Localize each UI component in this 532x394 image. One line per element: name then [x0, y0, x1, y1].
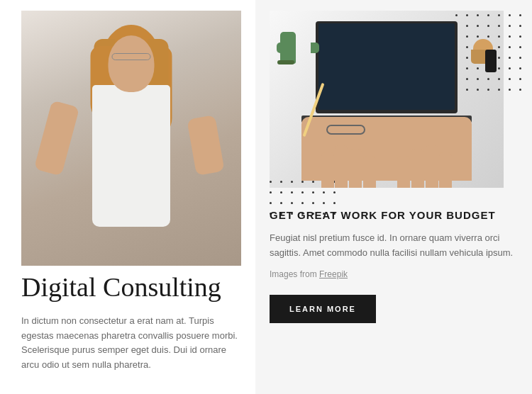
dot	[477, 25, 479, 27]
dot	[323, 202, 325, 204]
dot	[312, 191, 314, 193]
dot	[477, 78, 479, 80]
dot	[477, 89, 479, 91]
learn-more-button[interactable]: LEARN MORE	[270, 295, 376, 323]
dot	[498, 14, 500, 16]
dot	[477, 35, 479, 38]
dot	[519, 78, 521, 80]
dot	[291, 202, 293, 204]
dot	[487, 14, 489, 16]
dot	[466, 89, 468, 91]
dot	[477, 67, 479, 69]
dot	[498, 57, 500, 59]
left-text-area: Digital Consulting In dictum non consect…	[21, 273, 241, 373]
attribution-text: Images from	[270, 269, 319, 279]
dot	[466, 14, 468, 16]
dot	[487, 25, 489, 27]
dot	[498, 46, 500, 48]
dot	[498, 67, 500, 69]
dot	[509, 67, 511, 69]
dot	[270, 181, 272, 183]
dot	[498, 89, 500, 91]
dot	[333, 202, 336, 204]
left-description: In dictum non consectetur a erat nam at.…	[21, 314, 241, 373]
dot	[333, 191, 336, 193]
dot	[280, 202, 282, 204]
dot	[466, 25, 468, 27]
section-description: Feugiat nisl pretium fusce id. In ornare…	[270, 231, 521, 261]
dot	[519, 46, 521, 48]
dot	[519, 14, 521, 16]
dot	[498, 78, 500, 80]
dot	[291, 181, 293, 183]
woman-photo-inner	[21, 11, 241, 266]
dot	[466, 78, 468, 80]
dot	[509, 25, 511, 27]
dot	[487, 35, 489, 38]
woman-photo	[21, 11, 241, 266]
dot	[312, 202, 314, 204]
dot	[509, 78, 511, 80]
dot	[301, 191, 304, 193]
dot	[291, 191, 293, 193]
right-text-area: GET GREAT WORK FOR YOUR BUDGET Feugiat n…	[270, 209, 521, 323]
main-title: Digital Consulting	[21, 273, 241, 303]
dot	[509, 14, 511, 16]
section-title: GET GREAT WORK FOR YOUR BUDGET	[270, 209, 521, 221]
dot	[466, 46, 468, 48]
dot	[519, 89, 521, 91]
dot	[509, 35, 511, 38]
dot	[477, 14, 479, 16]
dot	[466, 67, 468, 69]
dot	[301, 202, 304, 204]
dot	[498, 25, 500, 27]
page-container: Digital Consulting In dictum non consect…	[0, 0, 532, 394]
dot	[498, 35, 500, 38]
dot	[519, 57, 521, 59]
attribution: Images from Freepik	[270, 269, 521, 279]
dot	[466, 57, 468, 59]
dot	[323, 191, 325, 193]
dot	[466, 35, 468, 38]
left-column: Digital Consulting In dictum non consect…	[0, 0, 255, 394]
dot	[519, 25, 521, 27]
dot	[301, 181, 304, 183]
dot	[519, 35, 521, 38]
dot	[519, 67, 521, 69]
freepik-link[interactable]: Freepik	[319, 269, 348, 279]
dot	[509, 46, 511, 48]
dot	[270, 191, 272, 193]
dot	[487, 78, 489, 80]
dot	[280, 191, 282, 193]
dot	[312, 181, 314, 183]
dot	[487, 89, 489, 91]
dot	[509, 57, 511, 59]
dot	[509, 89, 511, 91]
dot	[270, 202, 272, 204]
dot	[455, 14, 458, 16]
right-column: // Will be rendered below	[255, 0, 532, 394]
dot	[280, 181, 282, 183]
